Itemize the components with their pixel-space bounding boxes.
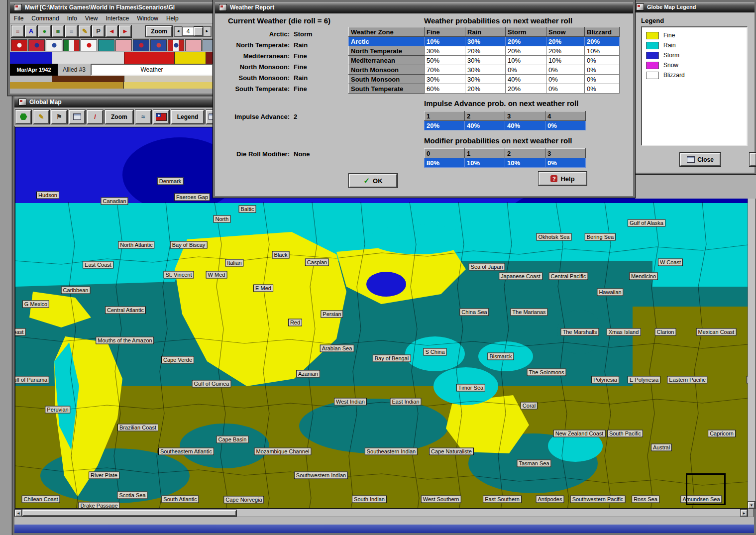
norway-flag[interactable] xyxy=(28,39,45,51)
save-grid-button[interactable] xyxy=(69,110,85,124)
ok-button[interactable]: ✓ OK xyxy=(349,174,397,188)
hex-grid-button[interactable]: ■ xyxy=(52,25,64,37)
scroll-right-arrow[interactable]: ► xyxy=(741,510,748,517)
legend-item-label: Rain xyxy=(663,42,676,49)
probability-cell: 10% xyxy=(506,56,546,65)
sea-zone-label: Red xyxy=(288,319,302,326)
partial-button[interactable] xyxy=(750,153,756,166)
sea-zone-label: Azanian xyxy=(296,370,320,378)
sea-zone-label: Faeroes Gap xyxy=(174,194,210,201)
weather-zone-label: South Temperate: xyxy=(215,85,290,93)
impulse-prob-heading: Impulse Advance prob. on next weather ro… xyxy=(424,99,578,107)
column-header: 2 xyxy=(505,149,545,158)
zoom-value: 4 xyxy=(182,27,194,36)
legend-titlebar[interactable]: Globe Map Legend xyxy=(632,2,755,12)
menu-item-interface[interactable]: Interface xyxy=(102,15,133,22)
back-button[interactable]: ◄ xyxy=(106,25,118,37)
legend-item-rain: Rain xyxy=(646,40,743,50)
menu-item-help[interactable]: Help xyxy=(162,15,183,22)
column-header: Weather Zone xyxy=(349,27,425,37)
weather-zone-row: North Monsoon70%30%0%0%0% xyxy=(349,65,620,75)
menu-item-info[interactable]: Info xyxy=(63,15,81,22)
globe-button[interactable]: ● xyxy=(38,25,51,37)
zone-name-cell: North Monsoon xyxy=(349,65,425,75)
sea-zone-label: Eastern Pacific xyxy=(667,376,707,384)
measure-icon: / xyxy=(94,113,96,120)
zoom-button[interactable]: Zoom xyxy=(105,110,133,124)
legend-item-label: Storm xyxy=(663,52,679,59)
italy-flag[interactable] xyxy=(63,39,80,51)
weather-report-titlebar[interactable]: Weather Report xyxy=(215,2,633,13)
column-header: Snow xyxy=(546,27,585,37)
zone-name-cell: South Monsoon xyxy=(349,75,425,84)
legend-button[interactable]: Legend xyxy=(171,110,205,124)
sea-zone-label: West Southern xyxy=(421,496,461,503)
usa-flag[interactable] xyxy=(168,39,184,51)
pause-flag-button[interactable]: P xyxy=(92,25,105,37)
fine-swatch xyxy=(646,32,659,39)
scroll-button[interactable]: ≡ xyxy=(11,25,24,37)
marker-button[interactable]: ✎ xyxy=(33,110,49,124)
waves-button[interactable]: ≈ xyxy=(135,110,151,124)
probability-row: 80%10%10%0% xyxy=(425,158,586,168)
impulse-advance-value: 2 xyxy=(294,113,297,120)
pink2-flag[interactable] xyxy=(185,39,202,51)
teal-flag[interactable] xyxy=(98,39,114,51)
sea-zone-label: Japanese Coast xyxy=(499,273,542,280)
menu-item-window[interactable]: Window xyxy=(133,15,162,22)
zoom-slider[interactable]: ◄ 4 ► xyxy=(174,26,212,37)
japan-flag[interactable] xyxy=(81,39,97,51)
finland-flag[interactable] xyxy=(46,39,62,51)
menu-item-command[interactable]: Command xyxy=(27,15,63,22)
flag-button[interactable]: ⚑ xyxy=(51,110,67,124)
legend-item-label: Fine xyxy=(663,32,675,39)
column-header: 1 xyxy=(465,149,505,158)
uk-ensign-flag[interactable] xyxy=(150,39,167,51)
text-button[interactable]: A xyxy=(25,25,37,37)
help-button[interactable]: ? Help xyxy=(539,172,587,186)
close-button[interactable]: Close xyxy=(680,153,721,166)
sea-zone-label: Antipodes xyxy=(536,496,564,503)
sea-zone-label: Capricorn xyxy=(708,430,736,437)
impulse-advance-row: Impulse Advance: 2 xyxy=(215,111,379,122)
sea-zone-label: Mozambique Channel xyxy=(254,448,311,455)
hex-button[interactable] xyxy=(15,110,31,124)
germany-flag[interactable] xyxy=(11,39,27,51)
marker-icon: ✎ xyxy=(82,28,88,34)
die-roll-modifier-row: Die Roll Modifier: None xyxy=(215,148,379,159)
sea-zone-label: West Indian xyxy=(334,398,367,406)
taiwan-flag-button[interactable] xyxy=(153,110,169,124)
horizontal-scrollbar[interactable]: ◄ ► xyxy=(15,509,748,517)
sea-zone-label: Bay of Bengal xyxy=(373,355,411,362)
menu-item-view[interactable]: View xyxy=(81,15,102,22)
sea-zone-label: Gulf of Alaska xyxy=(628,219,665,227)
pink-flag[interactable] xyxy=(115,39,132,51)
measure-button[interactable]: / xyxy=(87,110,103,124)
bar-pale xyxy=(124,76,215,82)
menu-item-file[interactable]: File xyxy=(10,15,27,22)
waves-icon: ≈ xyxy=(141,113,145,120)
scroll-left-arrow[interactable]: ◄ xyxy=(15,510,22,517)
uk-flag[interactable] xyxy=(133,39,149,51)
sea-zone-label: Hawaiian xyxy=(597,289,623,296)
marker-button[interactable]: ✎ xyxy=(79,25,91,37)
forward-button[interactable]: ► xyxy=(119,25,131,37)
horizontal-scroll-thumb[interactable] xyxy=(22,510,236,516)
status-row: Mar/Apr 1942 Allied #3 Weather xyxy=(10,64,213,76)
zoom-left-arrow[interactable]: ◄ xyxy=(174,26,182,36)
legend-item-label: Blizzard xyxy=(663,72,685,79)
sea-zone-label: Chilean Coast xyxy=(21,496,60,503)
legend-items: FineRainStormSnowBlizzard xyxy=(646,30,743,80)
main-titlebar[interactable]: Mwif [C:\Matrix Games\World in Flames\Sc… xyxy=(10,2,213,13)
zoom-slider-thumb[interactable] xyxy=(194,27,203,36)
zoom-right-arrow[interactable]: ► xyxy=(203,26,211,36)
scroll-down-arrow[interactable]: ▼ xyxy=(748,502,755,509)
report-button[interactable]: ≡ xyxy=(65,25,78,37)
bar-brown xyxy=(52,76,124,82)
sea-zone-label: W Coast xyxy=(658,259,683,266)
weather-probabilities-table: Weather ZoneFineRainStormSnowBlizzardArc… xyxy=(348,27,620,94)
power-flags-row xyxy=(10,39,213,52)
zoom-label: Zoom xyxy=(146,26,172,37)
sea-zone-label: Mouths of the Amazon xyxy=(96,337,154,344)
unit-bar-row xyxy=(10,76,213,82)
